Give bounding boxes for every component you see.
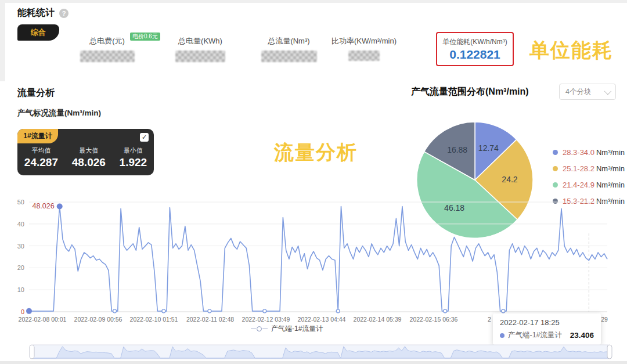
stat-label: 单位能耗(KW/h/Nm³) [442,37,507,47]
electricity-price-badge: 电价0.6元 [130,33,160,41]
stat-label: 比功率(KW/m³/min) [331,36,397,46]
chevron-down-icon [604,87,612,95]
stat-label: 总电费(元) [89,36,125,46]
legend-unit: Nm³/min [596,164,625,173]
meter-card: 1#流量计 ✓ 平均值 24.287 最大值 48.026 最小值 1.922 [17,129,154,175]
page-edge-top [0,0,627,3]
brush-handle-left[interactable] [30,345,34,359]
max-point-marker[interactable] [57,203,63,209]
max-value-annotation: 48.026 [32,202,54,210]
x-axis-label: 2022-02-09 00:56 [74,316,122,323]
tooltip-time: 2022-02-17 18:25 [500,318,594,327]
help-icon[interactable]: ? [59,9,69,18]
pie-legend-item[interactable]: 28.3-34.0Nm³/min [553,148,625,157]
x-axis-label: 2022-02-10 01:51 [130,316,178,323]
page-edge-left [0,0,5,81]
tooltip-series: 产气端-1#流量计 [508,330,562,340]
y-axis-label: 50 [17,199,24,206]
x-axis-label: 2022-02-14 05:39 [354,316,402,323]
meter-checkbox[interactable]: ✓ [140,133,149,142]
flow-series-line [29,207,607,311]
data-point-marker[interactable] [162,309,165,313]
energy-section-title: 能耗统计 [17,7,55,19]
data-point-marker[interactable] [263,309,266,313]
pie-slice-label: 16.88 [447,145,467,154]
legend-range: 28.3-34.0 [563,148,594,157]
stat-total-energy: 总电量(KWh) [165,36,235,62]
series-start-marker[interactable] [26,308,32,314]
meter-stat-min: 最小值 1.922 [120,146,147,169]
series-dot-icon [500,333,505,338]
data-point-marker[interactable] [502,309,505,313]
data-point-marker[interactable] [208,309,211,313]
legend-range: 25.1-28.2 [563,164,594,173]
datazoom-brush[interactable] [0,341,627,362]
dropdown-value: 4个分块 [565,87,591,97]
pie-slice-label: 12.74 [478,143,499,153]
tooltip-value: 23.406 [570,331,594,340]
stat-label: 总电量(KWh) [178,36,222,46]
stat-label: 总流量(Nm³) [268,36,309,46]
legend-unit: Nm³/min [596,148,625,157]
x-axis-label: 2022-02-12 03:49 [242,316,290,323]
meter-stat-max: 最大值 48.026 [72,146,106,169]
pie-legend-item[interactable]: 21.4-24.9Nm³/min [553,181,625,189]
pie-segments-dropdown[interactable]: 4个分块 [559,84,616,100]
stat-specific-power: 比功率(KW/m³/min) [327,36,401,61]
pie-slice-label: 24.2 [502,175,517,184]
line-chart-legend[interactable]: 产气端-1#流量计 [251,324,323,334]
stat-total-electricity-fee: 总电费(元) 电价0.6元 [65,36,149,62]
y-axis-label: 0 [21,308,24,315]
meter-card-tab[interactable]: 1#流量计 [17,129,58,143]
pie-legend-item[interactable]: 25.1-28.2Nm³/min [553,164,625,173]
tab-comprehensive[interactable]: 综合 [17,24,59,41]
masked-value [261,51,317,62]
x-axis-label-fragment: 2 [488,316,491,323]
y-axis-label: 10 [17,286,24,293]
stat-unit-energy-highlighted: 单位能耗(KW/h/Nm³) 0.122821 [436,32,514,66]
y-axis-label: 40 [17,221,24,228]
data-point-marker[interactable] [336,309,340,313]
legend-label: 产气端-1#流量计 [271,324,323,334]
legend-dot-icon [553,166,558,171]
brush-handle-right[interactable] [607,345,612,359]
masked-value [80,51,135,62]
x-axis-label: 2022-02-11 02:48 [186,316,234,323]
y-axis-label: 20 [17,264,24,271]
data-point-marker[interactable] [444,309,447,313]
legend-circle-icon [257,326,262,331]
legend-dot-icon [553,182,558,188]
legend-range: 21.4-24.9 [563,181,594,189]
annotation-unit-energy: 单位能耗 [529,37,613,64]
legend-dot-icon [553,150,558,155]
flow-section-title: 流量分析 [17,87,55,99]
x-axis-label: 2022-02-08 00:01 [19,316,67,323]
data-point-marker[interactable] [113,309,117,313]
annotation-flow-analysis: 流量分析 [274,139,358,166]
x-axis-label-fragment: 29 [601,316,608,323]
legend-unit: Nm³/min [596,181,625,189]
masked-value [175,51,225,62]
unit-energy-value: 0.122821 [449,48,500,62]
legend-line-icon [251,329,256,329]
x-axis-label: 2022-02-15 06:36 [410,316,458,323]
masked-value [348,51,380,61]
pie-title: 产气流量范围分布(Nm³/min) [411,86,529,98]
stat-total-flow: 总流量(Nm³) [253,36,325,62]
x-axis-label: 2022-02-13 04:44 [298,316,346,323]
y-axis-label: 30 [17,243,24,250]
chart-tooltip: 2022-02-17 18:25 产气端-1#流量计 23.406 [493,313,601,345]
legend-line-icon [262,329,268,329]
meter-stat-avg: 平均值 24.287 [24,146,58,169]
flow-subtitle: 产气标况流量(Nm³/min) [17,108,101,118]
